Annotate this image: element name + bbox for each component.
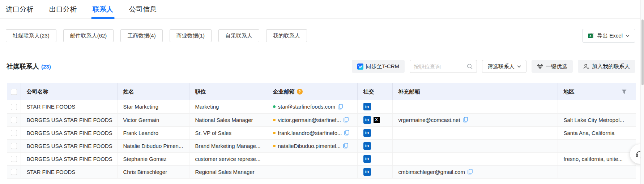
sync-to-tcrm-button[interactable]: 同步至T-CRM bbox=[352, 60, 405, 73]
row-checkbox[interactable] bbox=[11, 130, 17, 136]
chip-social-contacts[interactable]: 社媒联系人(23) bbox=[6, 29, 56, 42]
email-status-dot bbox=[273, 145, 276, 147]
cell-company: BORGES USA STAR FINE FOODS bbox=[21, 152, 117, 165]
cell-name: Natalie Dibuduo Pimen... bbox=[117, 139, 189, 152]
sync-to-tcrm-label: 同步至T-CRM bbox=[366, 63, 400, 70]
cell-company-email: victor.germain@starfinef... bbox=[267, 113, 357, 126]
cell-company: BORGES USA STAR FINE FOODS bbox=[21, 113, 117, 126]
section-count: (23) bbox=[41, 63, 51, 70]
email-status-dot bbox=[273, 119, 276, 121]
cell-title: Marketing bbox=[189, 100, 267, 113]
chip-email-contacts[interactable]: 邮件联系人(62) bbox=[63, 29, 114, 42]
tab-company-info[interactable]: 公司信息 bbox=[129, 0, 157, 19]
chip-my-contacts[interactable]: 我的联系人 bbox=[266, 29, 307, 42]
contacts-page: 进口分析 出口分析 联系人 公司信息 社媒联系人(23) 邮件联系人(62) 工… bbox=[0, 0, 644, 184]
chip-commercial-data[interactable]: 商业数据(1) bbox=[170, 29, 212, 42]
cell-company-email bbox=[267, 152, 357, 165]
export-excel-label: 导出 Excel bbox=[597, 32, 623, 39]
one-click-optimize-label: 一键优选 bbox=[546, 63, 567, 70]
table-row: BORGES USA STAR FINE FOODS Stephanie Gom… bbox=[7, 152, 636, 165]
tab-contacts[interactable]: 联系人 bbox=[93, 0, 113, 19]
cell-alt-email bbox=[392, 152, 558, 165]
cell-alt-email: vrgermaine@comcast.net bbox=[392, 113, 558, 126]
cell-name: Victor Germain bbox=[117, 113, 189, 126]
cell-alt-email bbox=[392, 139, 558, 152]
row-checkbox[interactable] bbox=[11, 156, 17, 162]
email-status-dot bbox=[273, 105, 276, 108]
email-status-dot bbox=[273, 132, 276, 134]
help-icon[interactable]: ? bbox=[297, 89, 303, 95]
search-by-title-input[interactable] bbox=[414, 63, 467, 70]
column-name: 姓名 bbox=[117, 83, 189, 100]
select-all-checkbox[interactable] bbox=[11, 89, 17, 95]
cell-company-email bbox=[267, 165, 357, 178]
cell-company: STAR FINE FOODS bbox=[21, 100, 117, 113]
table-row: BORGES USA STAR FINE FOODS Natalie Dibud… bbox=[7, 139, 636, 152]
contacts-toolbar: 同步至T-CRM 筛选联系人 一键优选 bbox=[352, 60, 636, 73]
x-twitter-icon[interactable]: X bbox=[373, 116, 380, 124]
cell-company: STAR FINE FOODS bbox=[21, 165, 117, 178]
cell-title: customer service represe... bbox=[189, 152, 267, 165]
cell-social: in bbox=[357, 139, 392, 152]
linkedin-icon[interactable]: in bbox=[363, 168, 371, 176]
one-click-optimize-button[interactable]: 一键优选 bbox=[532, 60, 573, 73]
tab-import-analysis[interactable]: 进口分析 bbox=[6, 0, 33, 19]
add-to-my-contacts-button[interactable]: 加入我的联系人 bbox=[578, 60, 635, 73]
copy-icon[interactable] bbox=[338, 104, 343, 110]
section-header-row: 社媒联系人 (23) 同步至T-CRM 筛选联系人 bbox=[0, 60, 644, 73]
contacts-table: 公司名称 姓名 职位 企业邮箱 ? 社交 补充邮箱 地区 bbox=[7, 83, 636, 179]
row-checkbox[interactable] bbox=[11, 169, 17, 175]
cell-company-email: frank.leandro@starfinefo... bbox=[267, 126, 357, 139]
chevron-down-icon bbox=[517, 65, 521, 68]
copy-icon[interactable] bbox=[343, 143, 348, 149]
cell-social: in bbox=[357, 100, 392, 113]
filter-contacts-dropdown[interactable]: 筛选联系人 bbox=[482, 60, 526, 73]
tab-export-analysis[interactable]: 出口分析 bbox=[49, 0, 77, 19]
cell-region: fresno, california, unite... bbox=[558, 152, 636, 165]
cell-region bbox=[558, 139, 636, 152]
cell-name: Stephanie Gomez bbox=[117, 152, 189, 165]
cell-company: BORGES USA STAR FINE FOODS bbox=[21, 126, 117, 139]
cell-name: Chris Bimschleger bbox=[117, 165, 189, 178]
scrollbar-thumb[interactable] bbox=[641, 19, 644, 85]
tab-bar: 进口分析 出口分析 联系人 公司信息 bbox=[0, 0, 644, 19]
column-alt-email: 补充邮箱 bbox=[392, 83, 558, 100]
copy-icon[interactable] bbox=[468, 169, 473, 175]
cell-social: in bbox=[357, 165, 392, 178]
copy-icon[interactable] bbox=[463, 117, 468, 123]
linkedin-icon[interactable]: in bbox=[363, 103, 371, 110]
cell-region: Salt Lake City Metropol... bbox=[558, 113, 636, 126]
cell-company-email: star@starfinefoods.com bbox=[267, 100, 357, 113]
linkedin-icon[interactable]: in bbox=[363, 155, 371, 163]
row-checkbox[interactable] bbox=[11, 143, 17, 149]
copy-icon[interactable] bbox=[344, 117, 349, 123]
chip-business-registry[interactable]: 工商数据(4) bbox=[120, 29, 162, 42]
table-row: BORGES USA STAR FINE FOODS Frank Leandro… bbox=[7, 126, 636, 139]
column-region: 地区 bbox=[558, 83, 636, 100]
export-excel-button[interactable]: x 导出 Excel bbox=[582, 29, 635, 43]
copy-icon[interactable] bbox=[344, 130, 349, 136]
linkedin-icon[interactable]: in bbox=[363, 129, 371, 137]
cell-title: Sr. VP of Sales bbox=[189, 126, 267, 139]
chip-self-collected[interactable]: 自采联系人 bbox=[218, 29, 259, 42]
row-checkbox[interactable] bbox=[11, 117, 17, 123]
cell-name: Star Marketing bbox=[117, 100, 189, 113]
cell-company: BORGES USA STAR FINE FOODS bbox=[21, 139, 117, 152]
filter-funnel-icon[interactable] bbox=[622, 89, 627, 94]
row-checkbox[interactable] bbox=[11, 104, 17, 110]
filter-contacts-label: 筛选联系人 bbox=[487, 63, 515, 70]
table-row: BORGES USA STAR FINE FOODS Victor Germai… bbox=[7, 113, 636, 126]
excel-icon: x bbox=[588, 33, 594, 39]
column-company-email: 企业邮箱 ? bbox=[267, 83, 357, 100]
tcrm-logo-icon bbox=[357, 63, 363, 70]
cell-title: National Sales Manager bbox=[189, 113, 267, 126]
cell-name: Frank Leandro bbox=[117, 126, 189, 139]
cell-social: in bbox=[357, 152, 392, 165]
search-by-title-box bbox=[410, 60, 477, 73]
linkedin-icon[interactable]: in bbox=[363, 116, 371, 124]
person-plus-icon bbox=[583, 63, 589, 70]
linkedin-icon[interactable]: in bbox=[363, 142, 371, 150]
cell-title: Brand Marketing Manage... bbox=[189, 139, 267, 152]
cell-region: Santa Ana, California bbox=[558, 126, 636, 139]
search-icon bbox=[467, 63, 473, 70]
